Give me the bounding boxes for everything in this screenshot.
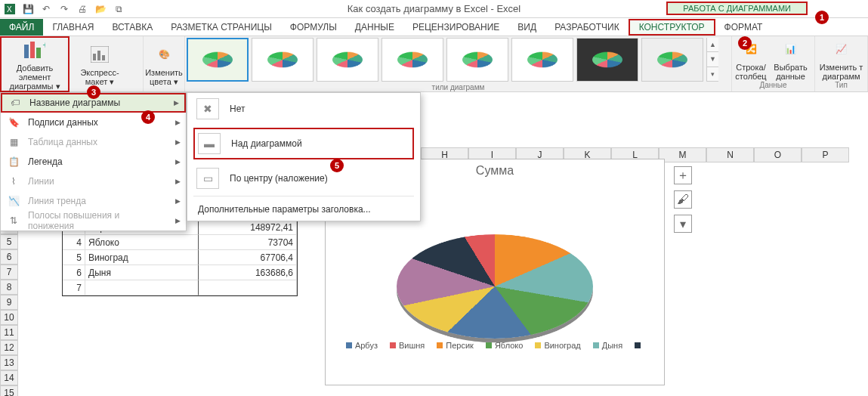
menu-legend[interactable]: 📋 Легенда ▶ xyxy=(1,152,186,172)
legend-item[interactable]: Персик xyxy=(437,341,474,350)
save-icon[interactable]: 💾 xyxy=(21,2,35,16)
chart-styles-button[interactable]: 🖌 xyxy=(674,190,692,209)
open-icon[interactable]: 📂 xyxy=(94,2,107,16)
cell[interactable]: 73704 xyxy=(199,235,297,250)
row-header[interactable]: 11 xyxy=(0,325,18,340)
tab-design[interactable]: КОНСТРУКТОР xyxy=(629,19,715,36)
chart-style-4[interactable] xyxy=(381,38,443,82)
table-row[interactable]: 5 Виноград 67706,4 xyxy=(63,250,297,265)
tab-home[interactable]: ГЛАВНАЯ xyxy=(43,19,103,36)
menu-chart-title-label: Название диаграммы xyxy=(29,97,166,108)
tab-developer[interactable]: РАЗРАБОТЧИК xyxy=(545,19,629,36)
change-colors-button[interactable]: 🎨 Изменить цвета ▾ xyxy=(144,36,184,91)
cell[interactable] xyxy=(85,280,199,295)
cell[interactable]: Яблоко xyxy=(85,235,199,250)
chart-style-2[interactable] xyxy=(252,38,314,82)
table-row[interactable]: 4 Яблоко 73704 xyxy=(63,235,297,250)
table-row[interactable]: 6 Дыня 163686,6 xyxy=(63,265,297,280)
title-option-above[interactable]: ▬ Над диаграммой xyxy=(193,128,414,159)
chart-style-1[interactable] xyxy=(187,38,249,82)
cell[interactable]: 7 xyxy=(63,280,85,295)
print-preview-icon[interactable]: 🖨 xyxy=(76,2,89,16)
title-option-above-label: Над диаграммой xyxy=(231,138,302,149)
chart-elements-button[interactable]: ＋ xyxy=(674,166,692,184)
row-header[interactable]: 6 xyxy=(0,249,18,265)
legend-item[interactable]: Вишня xyxy=(390,341,425,350)
cell[interactable] xyxy=(199,280,297,295)
tab-format[interactable]: ФОРМАТ xyxy=(715,19,772,36)
add-chart-element-button[interactable]: ＋ Добавить элемент диаграммы ▾ xyxy=(0,36,70,92)
title-more-options[interactable]: Дополнительные параметры заголовка... xyxy=(187,198,420,221)
chart-style-5[interactable] xyxy=(446,38,508,82)
title-option-centered[interactable]: ▭ По центру (наложение) xyxy=(187,162,420,194)
row-header[interactable]: 7 xyxy=(0,265,18,280)
row-header[interactable]: 13 xyxy=(0,355,18,370)
select-data-button[interactable]: 📊 Выбрать данные xyxy=(770,36,811,81)
row-header[interactable]: 8 xyxy=(0,280,18,295)
change-chart-type-button[interactable]: 📈 Изменить т диаграмм xyxy=(815,36,867,81)
lines-icon: ⌇ xyxy=(7,175,20,188)
tab-formulas[interactable]: ФОРМУЛЫ xyxy=(281,19,346,36)
row-header[interactable]: 10 xyxy=(0,310,18,325)
cell[interactable]: 148972,41 xyxy=(199,220,297,235)
table-row[interactable]: 7 xyxy=(63,280,297,295)
chevron-right-icon: ▶ xyxy=(175,178,186,185)
legend-item[interactable]: Яблоко xyxy=(486,341,523,350)
legend-item[interactable]: Арбуз xyxy=(346,341,378,350)
undo-icon[interactable]: ↶ xyxy=(39,2,53,16)
copy-icon[interactable]: ⧉ xyxy=(112,2,125,16)
legend-item[interactable]: Виноград xyxy=(535,341,580,350)
tab-data[interactable]: ДАННЫЕ xyxy=(346,19,403,36)
legend-item[interactable] xyxy=(635,341,644,350)
col-header[interactable]: O xyxy=(754,147,802,162)
chart-style-6[interactable] xyxy=(511,38,573,82)
title-option-none[interactable]: ✖ Нет xyxy=(187,93,420,125)
styles-scroll[interactable]: ▲▼▾ xyxy=(706,38,718,82)
data-table-icon: ▦ xyxy=(7,135,20,149)
tab-page-layout[interactable]: РАЗМЕТКА СТРАНИЦЫ xyxy=(162,19,281,36)
data-group-caption: Данные xyxy=(732,81,814,91)
change-chart-type-label: Изменить т диаграмм xyxy=(815,63,867,81)
tab-review[interactable]: РЕЦЕНЗИРОВАНИЕ xyxy=(403,19,508,36)
col-header[interactable]: M xyxy=(659,147,706,162)
legend-item[interactable]: Дыня xyxy=(593,341,622,350)
tabs-row: ФАЙЛ ГЛАВНАЯ ВСТАВКА РАЗМЕТКА СТРАНИЦЫ Ф… xyxy=(0,18,868,36)
menu-trendline: 📉 Линия тренда ▶ xyxy=(1,191,186,211)
chart-filters-button[interactable]: ▾ xyxy=(674,215,692,233)
chart-style-7[interactable] xyxy=(576,38,638,82)
row-header[interactable]: 9 xyxy=(0,295,18,310)
cell[interactable]: 6 xyxy=(63,265,85,280)
cell[interactable]: 163686,6 xyxy=(199,265,297,280)
cell[interactable]: 67706,4 xyxy=(199,250,297,265)
menu-data-labels[interactable]: 🔖 Подписи данных ▶ xyxy=(1,113,186,132)
cell[interactable]: 5 xyxy=(63,250,85,265)
row-header[interactable]: 14 xyxy=(0,370,18,385)
tab-view[interactable]: ВИД xyxy=(508,19,545,36)
chevron-right-icon: ▶ xyxy=(174,99,184,107)
col-header[interactable]: N xyxy=(706,147,754,162)
cell[interactable]: Дыня xyxy=(85,265,199,280)
chart-legend[interactable]: Арбуз Вишня Персик Яблоко Виноград Дыня xyxy=(326,341,664,350)
row-header[interactable]: 15 xyxy=(0,385,18,396)
quick-access-toolbar: X 💾 ↶ ↷ 🖨 📂 ⧉ xyxy=(0,2,125,16)
cell[interactable]: 4 xyxy=(63,235,85,250)
menu-updown-bars: ⇅ Полосы повышения и понижения ▶ xyxy=(1,211,186,230)
tab-insert[interactable]: ВСТАВКА xyxy=(103,19,162,36)
change-colors-icon: 🎨 xyxy=(152,42,176,67)
chart-style-8[interactable] xyxy=(641,38,703,82)
chevron-right-icon: ▶ xyxy=(175,158,186,166)
title-option-centered-label: По центру (наложение) xyxy=(230,173,328,184)
row-header[interactable]: 5 xyxy=(0,234,18,249)
chart-title-submenu: ✖ Нет ▬ Над диаграммой ▭ По центру (нало… xyxy=(187,92,421,221)
chart-style-3[interactable] xyxy=(317,38,378,82)
pie-chart-plot[interactable] xyxy=(397,188,593,324)
legend-icon: 📋 xyxy=(7,155,20,169)
cell[interactable]: Виноград xyxy=(85,250,199,265)
tab-file[interactable]: ФАЙЛ xyxy=(0,19,43,36)
styles-group-caption: тили диаграмм xyxy=(185,83,731,91)
row-header[interactable]: 12 xyxy=(0,340,18,355)
redo-icon[interactable]: ↷ xyxy=(57,2,71,16)
title-none-icon: ✖ xyxy=(196,98,219,119)
col-header[interactable]: P xyxy=(802,147,849,162)
quick-layout-button[interactable]: Экспресс-макет ▾ xyxy=(70,36,130,92)
